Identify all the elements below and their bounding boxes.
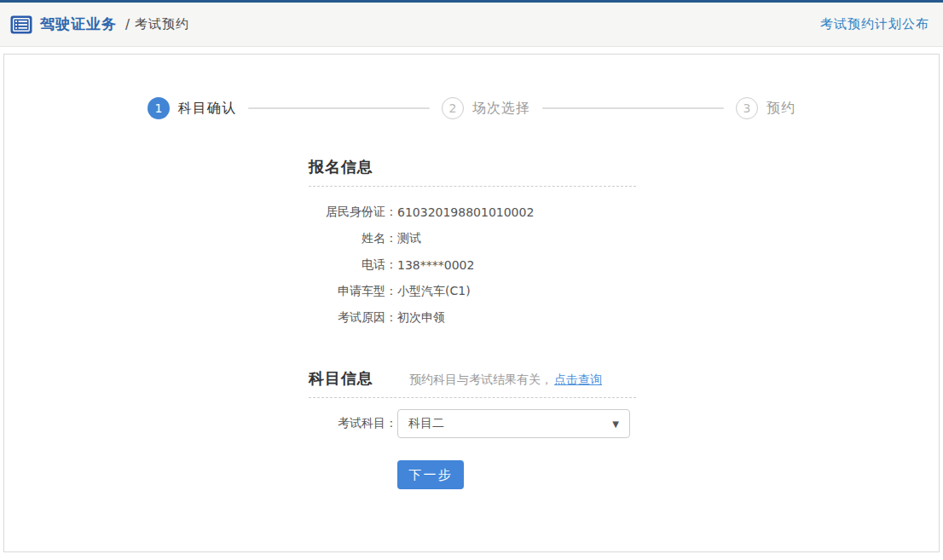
field-id-number: 居民身份证： 610320198801010002 bbox=[309, 199, 636, 225]
subject-section-header: 科目信息 预约科目与考试结果有关， 点击查询 bbox=[309, 368, 636, 398]
stepper: 1 科目确认 2 场次选择 3 预约 bbox=[148, 97, 795, 119]
field-label: 姓名： bbox=[309, 231, 397, 246]
exam-subject-selected-value: 科目二 bbox=[408, 416, 444, 431]
subject-note: 预约科目与考试结果有关， bbox=[409, 372, 552, 388]
exam-subject-row: 考试科目： 科目二 ▼ bbox=[309, 409, 636, 438]
step-connector bbox=[542, 107, 724, 109]
field-label: 电话： bbox=[309, 257, 397, 273]
next-step-button[interactable]: 下一步 bbox=[397, 460, 464, 489]
query-result-link[interactable]: 点击查询 bbox=[554, 372, 602, 388]
field-phone: 电话： 138****0002 bbox=[309, 251, 636, 278]
step-2-label: 场次选择 bbox=[472, 100, 530, 118]
registration-section: 报名信息 居民身份证： 610320198801010002 姓名： 测试 电话… bbox=[309, 157, 636, 331]
step-reserve: 3 预约 bbox=[736, 97, 795, 119]
field-value: 测试 bbox=[397, 231, 421, 246]
field-value: 初次申领 bbox=[397, 310, 445, 326]
field-vehicle-type: 申请车型： 小型汽车(C1) bbox=[309, 278, 636, 304]
field-value: 610320198801010002 bbox=[397, 205, 534, 219]
subject-title: 科目信息 bbox=[309, 368, 373, 389]
step-connector bbox=[248, 107, 430, 109]
registration-title: 报名信息 bbox=[309, 157, 373, 177]
field-name: 姓名： 测试 bbox=[309, 225, 636, 251]
subject-section: 科目信息 预约科目与考试结果有关， 点击查询 考试科目： 科目二 ▼ 下一步 bbox=[309, 368, 636, 489]
current-page-label: 考试预约 bbox=[135, 16, 189, 32]
field-label: 申请车型： bbox=[309, 284, 397, 299]
step-subject-confirm: 1 科目确认 bbox=[148, 97, 236, 119]
page-header: 驾驶证业务 / 考试预约 考试预约计划公布 bbox=[0, 3, 943, 47]
field-exam-reason: 考试原因： 初次申领 bbox=[309, 304, 636, 331]
field-value: 138****0002 bbox=[397, 258, 474, 272]
breadcrumb: 驾驶证业务 / 考试预约 bbox=[10, 14, 189, 36]
registration-section-header: 报名信息 bbox=[309, 157, 636, 187]
field-label: 考试原因： bbox=[309, 310, 397, 326]
exam-subject-label: 考试科目： bbox=[309, 416, 397, 431]
exam-plan-announcement-link[interactable]: 考试预约计划公布 bbox=[820, 16, 929, 32]
exam-subject-select[interactable]: 科目二 ▼ bbox=[397, 409, 630, 438]
step-3-circle: 3 bbox=[736, 97, 758, 119]
field-value: 小型汽车(C1) bbox=[397, 284, 471, 299]
step-1-label: 科目确认 bbox=[178, 100, 236, 118]
content-column: 报名信息 居民身份证： 610320198801010002 姓名： 测试 电话… bbox=[309, 157, 636, 489]
main-card: 1 科目确认 2 场次选择 3 预约 报名信息 居民身份证： 610320198… bbox=[3, 54, 940, 552]
step-2-circle: 2 bbox=[442, 97, 464, 119]
step-3-label: 预约 bbox=[767, 100, 795, 118]
chevron-down-icon: ▼ bbox=[612, 419, 619, 429]
field-label: 居民身份证： bbox=[309, 205, 397, 220]
form-list-icon bbox=[10, 14, 40, 36]
step-session-select: 2 场次选择 bbox=[442, 97, 530, 119]
service-category-link[interactable]: 驾驶证业务 bbox=[40, 14, 117, 34]
registration-fields: 居民身份证： 610320198801010002 姓名： 测试 电话： 138… bbox=[309, 199, 636, 331]
breadcrumb-separator: / bbox=[125, 17, 130, 32]
step-1-circle: 1 bbox=[148, 97, 170, 119]
